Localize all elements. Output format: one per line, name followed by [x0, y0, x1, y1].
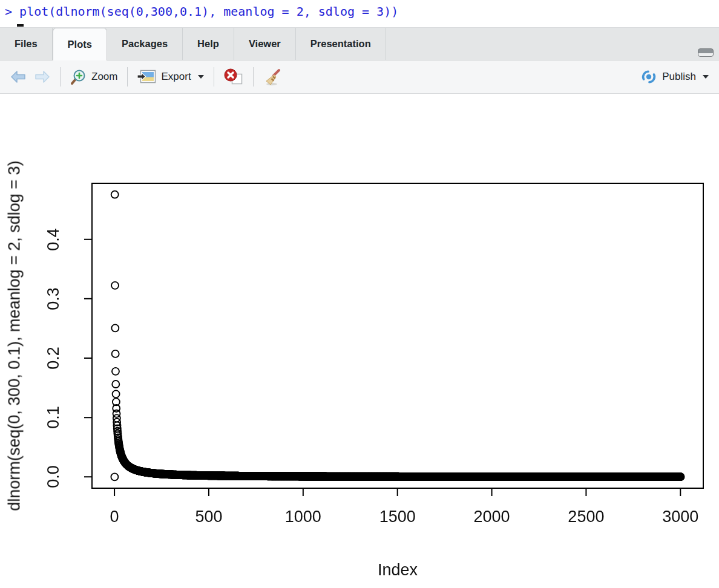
tab-plots[interactable]: Plots: [53, 28, 107, 60]
plot-canvas: [0, 94, 719, 587]
toolbar-separator: [60, 67, 61, 87]
publish-button-label: Publish: [662, 71, 696, 83]
y-tick-label: 0.3: [44, 287, 63, 310]
console-command-text: plot(dlnorm(seq(0,300,0.1), meanlog = 2,…: [19, 4, 398, 19]
publish-button[interactable]: Publish: [637, 67, 712, 87]
forward-button[interactable]: [31, 68, 53, 86]
toolbar-separator: [253, 67, 254, 87]
plots-toolbar: Zoom Export: [0, 60, 719, 94]
x-tick-label: 2000: [474, 508, 510, 526]
zoom-button-label: Zoom: [91, 71, 117, 83]
publish-icon: [640, 70, 657, 84]
toolbar-separator: [127, 67, 128, 87]
plot-display-area: 0500100015002000250030000.00.10.20.30.4 …: [0, 94, 719, 587]
x-tick-label: 1000: [285, 508, 321, 526]
toolbar-separator: [214, 67, 214, 87]
x-tick-label: 3000: [662, 508, 698, 526]
x-tick-label: 1500: [379, 508, 416, 526]
broom-icon: [263, 68, 281, 86]
minimize-pane-icon[interactable]: [698, 48, 714, 57]
x-axis-label: Index: [378, 561, 418, 580]
console-prompt: >: [5, 4, 19, 19]
console-output-strip: > plot(dlnorm(seq(0,300,0.1), meanlog = …: [0, 0, 719, 28]
back-button[interactable]: [7, 68, 29, 86]
back-arrow-icon: [10, 70, 26, 83]
clear-all-plots-button[interactable]: [260, 66, 284, 88]
pane-tab-bar: Files Plots Packages Help Viewer Present…: [0, 28, 719, 60]
tab-packages[interactable]: Packages: [107, 28, 183, 60]
export-dropdown-caret-icon: [198, 75, 204, 79]
y-tick-label: 0.2: [44, 347, 63, 370]
remove-plot-button[interactable]: [221, 66, 246, 88]
remove-plot-icon: [224, 68, 243, 85]
tab-files[interactable]: Files: [0, 28, 53, 60]
y-tick-label: 0.0: [44, 466, 63, 489]
y-tick-label: 0.4: [44, 228, 63, 251]
x-tick-label: 500: [195, 508, 222, 526]
forward-arrow-icon: [34, 70, 50, 83]
x-tick-label: 2500: [568, 508, 604, 526]
tab-help[interactable]: Help: [183, 28, 234, 60]
tab-presentation[interactable]: Presentation: [296, 28, 386, 60]
zoom-magnifier-icon: [70, 69, 87, 85]
export-button[interactable]: Export: [134, 67, 206, 87]
console-cursor: [17, 24, 24, 27]
console-command-line: > plot(dlnorm(seq(0,300,0.1), meanlog = …: [5, 4, 398, 19]
y-axis-label: dlnorm(seq(0, 300, 0.1), meanlog = 2, sd…: [5, 160, 24, 511]
y-tick-label: 0.1: [44, 406, 63, 429]
export-button-label: Export: [161, 71, 191, 83]
export-image-icon: [137, 69, 156, 85]
zoom-button[interactable]: Zoom: [67, 67, 120, 88]
tab-viewer[interactable]: Viewer: [234, 28, 296, 60]
publish-dropdown-caret-icon: [703, 75, 709, 79]
x-tick-label: 0: [110, 508, 119, 526]
